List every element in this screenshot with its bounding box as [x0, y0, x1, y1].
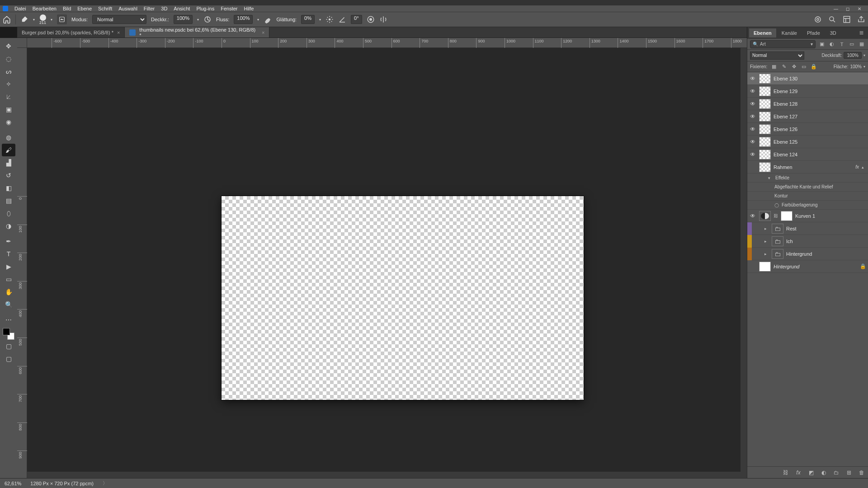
zoom-tool[interactable]: 🔍 — [2, 298, 15, 311]
smoothing-settings-icon[interactable] — [326, 15, 334, 23]
layer-row[interactable]: Rahmenfx▴ — [747, 161, 868, 174]
effect-toggle[interactable]: ◯ — [774, 203, 779, 207]
smoothing-value[interactable]: 0% — [301, 15, 315, 24]
hand-tool[interactable]: ✋ — [2, 286, 15, 298]
visibility-toggle[interactable]: 👁 — [749, 88, 756, 94]
quickmask-toggle[interactable]: ▢ — [2, 340, 15, 352]
menu-filter[interactable]: Filter — [144, 6, 155, 11]
doc-info-chevron-icon[interactable]: 〉 — [103, 480, 108, 487]
fg-color-swatch[interactable] — [3, 328, 10, 335]
trash-icon[interactable]: 🗑 — [858, 469, 865, 476]
lock-artboard-icon[interactable]: ▭ — [801, 64, 807, 70]
layer-row[interactable]: 👁Ebene 129 — [747, 85, 868, 98]
lock-pixels-icon[interactable]: ▦ — [771, 64, 777, 70]
angle-value[interactable]: 0° — [351, 15, 362, 24]
path-select-tool[interactable]: ▶ — [2, 260, 15, 273]
blend-mode-select[interactable]: Normal — [92, 15, 146, 24]
pen-tool[interactable]: ✒ — [2, 235, 15, 248]
new-layer-icon[interactable]: ⊞ — [845, 469, 853, 476]
home-button[interactable] — [3, 15, 11, 23]
healing-tool[interactable]: ◍ — [2, 131, 15, 144]
panel-tab-pfade[interactable]: Pfade — [802, 28, 825, 38]
eraser-tool[interactable]: ◧ — [2, 182, 15, 194]
layer-row[interactable]: ▸🗀Hintergrund — [747, 248, 868, 260]
pressure-size-toggle[interactable] — [367, 15, 375, 23]
layer-row[interactable]: Hintergrund🔒 — [747, 260, 868, 273]
layer-row[interactable]: Kontur — [747, 192, 868, 201]
lock-paint-icon[interactable]: ✎ — [781, 64, 787, 70]
filter-shape-icon[interactable]: ▭ — [848, 41, 855, 48]
twisty-icon[interactable]: ▸ — [764, 239, 769, 244]
layer-blend-select[interactable]: Normal — [750, 52, 804, 60]
lock-position-icon[interactable]: ✥ — [791, 64, 797, 70]
dodge-tool[interactable]: ◑ — [2, 220, 15, 232]
visibility-toggle[interactable]: 👁 — [749, 139, 756, 145]
layer-row[interactable]: 👁Ebene 130 — [747, 72, 868, 85]
menu-auswahl[interactable]: Auswahl — [118, 6, 137, 11]
wand-tool[interactable]: ✧ — [2, 78, 15, 90]
panel-tab-ebenen[interactable]: Ebenen — [749, 28, 776, 38]
menu-bild[interactable]: Bild — [63, 6, 71, 11]
brush-preset-dropdown-icon[interactable]: ▾ — [33, 18, 35, 22]
group-icon[interactable]: 🗀 — [833, 469, 840, 476]
twisty-icon[interactable]: ▴ — [862, 165, 866, 169]
shape-tool[interactable]: ▭ — [2, 273, 15, 286]
layer-row[interactable]: 👁Ebene 126 — [747, 123, 868, 136]
crop-tool[interactable]: ⟀ — [2, 90, 15, 103]
layer-row[interactable]: 👁Ebene 124 — [747, 148, 868, 161]
edit-toolbar[interactable]: ⋯ — [2, 314, 15, 326]
brush-size-dropdown-icon[interactable]: ▾ — [51, 18, 52, 22]
maximize-button[interactable]: ◻ — [842, 5, 854, 12]
panel-menu-icon[interactable]: ≡ — [857, 29, 866, 37]
layer-row[interactable]: ▸🗀Ich — [747, 235, 868, 248]
fx-icon[interactable]: fx — [795, 469, 802, 476]
layer-row[interactable]: ▾Effekte — [747, 174, 868, 183]
close-tab-icon[interactable]: × — [117, 30, 120, 35]
fill-value[interactable]: 100% — [850, 64, 862, 69]
panel-tab-3d[interactable]: 3D — [826, 28, 841, 38]
layer-row[interactable]: ▸🗀Rest — [747, 222, 868, 235]
flow-value[interactable]: 100% — [234, 15, 253, 24]
flow-dropdown-icon[interactable]: ▾ — [257, 18, 259, 22]
filter-adjust-icon[interactable]: ◐ — [828, 41, 835, 48]
menu-plug-ins[interactable]: Plug-ins — [196, 6, 214, 11]
layer-row[interactable]: 👁Ebene 128 — [747, 98, 868, 110]
close-window-button[interactable]: ✕ — [854, 5, 865, 12]
workspace-icon[interactable] — [843, 15, 851, 23]
share-icon[interactable] — [857, 15, 865, 23]
minimize-button[interactable]: — — [830, 5, 842, 12]
type-tool[interactable]: T — [2, 248, 15, 260]
move-tool[interactable]: ✥ — [2, 40, 15, 52]
canvas-area[interactable]: -600-500-400-300-200-1000100200300400500… — [17, 38, 747, 478]
layer-opacity-value[interactable]: 100% — [844, 52, 862, 59]
visibility-toggle[interactable]: 👁 — [749, 151, 756, 158]
opacity-value[interactable]: 100% — [174, 15, 193, 24]
visibility-toggle[interactable]: 👁 — [749, 75, 756, 82]
menu-fenster[interactable]: Fenster — [221, 6, 237, 11]
chevron-down-icon[interactable]: ▾ — [863, 53, 865, 57]
target-icon[interactable] — [814, 15, 822, 23]
filter-smart-icon[interactable]: ▦ — [858, 41, 865, 48]
horizontal-scrollbar[interactable] — [27, 472, 747, 478]
visibility-toggle[interactable]: 👁 — [749, 113, 756, 120]
layer-row[interactable]: ◯Farbüberlagerung — [747, 201, 868, 210]
link-layers-icon[interactable]: ⛓ — [782, 469, 789, 476]
blur-tool[interactable]: ⬯ — [2, 207, 15, 220]
menu-schrift[interactable]: Schrift — [98, 6, 112, 11]
stamp-tool[interactable]: ▟ — [2, 156, 15, 169]
layer-row[interactable]: 👁Ebene 125 — [747, 136, 868, 148]
zoom-value[interactable]: 62,61% — [5, 481, 21, 486]
menu-hilfe[interactable]: Hilfe — [244, 6, 254, 11]
layer-search[interactable]: 🔍 Art ▾ — [750, 40, 816, 48]
eyedropper-tool[interactable]: ◉ — [2, 116, 15, 128]
fx-badge[interactable]: fx — [855, 164, 859, 169]
lasso-tool[interactable]: ᔕ — [2, 65, 15, 78]
history-brush-tool[interactable]: ↺ — [2, 169, 15, 182]
document-tab-1[interactable]: thumbnails new.psdc bei 62,6% (Ebene 130… — [125, 27, 269, 38]
brush-tool-icon[interactable] — [20, 15, 28, 23]
artboard[interactable] — [222, 196, 584, 400]
menu-3d[interactable]: 3D — [161, 6, 167, 11]
lock-all-icon[interactable]: 🔒 — [811, 64, 817, 70]
smoothing-dropdown-icon[interactable]: ▾ — [319, 18, 321, 22]
twisty-icon[interactable]: ▾ — [768, 176, 773, 180]
